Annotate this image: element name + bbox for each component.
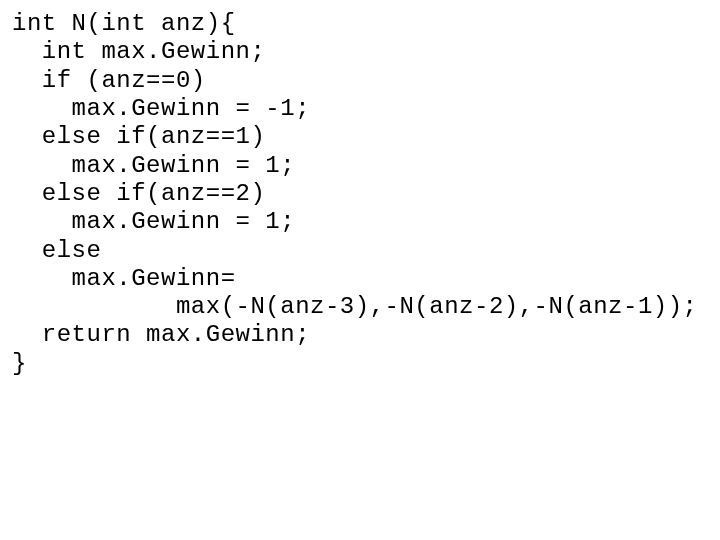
code-line: max.Gewinn=	[12, 265, 236, 292]
code-line: max.Gewinn = -1;	[12, 95, 310, 122]
code-line: }	[12, 350, 27, 377]
code-line: return max.Gewinn;	[12, 321, 310, 348]
code-line: int max.Gewinn;	[12, 38, 265, 65]
code-line: max.Gewinn = 1;	[12, 208, 295, 235]
code-line: else if(anz==2)	[12, 180, 265, 207]
code-line: else if(anz==1)	[12, 123, 265, 150]
code-line: max(-N(anz-3),-N(anz-2),-N(anz-1));	[12, 293, 698, 320]
code-line: else	[12, 237, 101, 264]
code-line: max.Gewinn = 1;	[12, 152, 295, 179]
code-block: int N(int anz){ int max.Gewinn; if (anz=…	[0, 0, 720, 378]
code-line: int N(int anz){	[12, 10, 236, 37]
code-line: if (anz==0)	[12, 67, 206, 94]
